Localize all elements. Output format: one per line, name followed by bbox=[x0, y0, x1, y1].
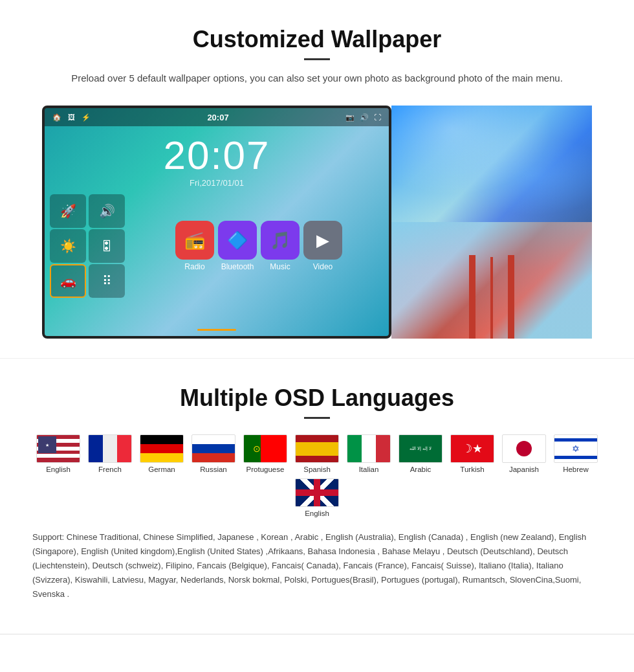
flag-italy bbox=[347, 434, 391, 463]
stereo-topbar: 🏠 🖼 ⚡ 20:07 📷 🔊 ⛶ bbox=[45, 108, 389, 126]
stereo-nav-btn[interactable]: 🚀 bbox=[50, 194, 86, 228]
flag-item-spanish: Spanish bbox=[294, 434, 340, 473]
stereo-grid: 🚀 🔊 ☀️ 🎛 🚗 ⠿ bbox=[45, 193, 389, 299]
stereo-date: Fri,2017/01/01 bbox=[58, 178, 376, 188]
bottom-divider bbox=[0, 634, 634, 634]
wallpaper-title: Customized Wallpaper bbox=[39, 26, 595, 53]
flag-portugal bbox=[243, 434, 287, 463]
topbar-time: 20:07 bbox=[207, 113, 228, 122]
stereo-app-row: 📻 Radio 🔷 Bluetooth 🎵 Music ▶ Video bbox=[129, 193, 389, 299]
flag-germany bbox=[140, 434, 184, 463]
support-text: Support: Chinese Traditional, Chinese Si… bbox=[26, 530, 608, 601]
flag-spain bbox=[295, 434, 339, 463]
flag-item-russian: Russian bbox=[190, 434, 237, 473]
stereo-screen: 🏠 🖼 ⚡ 20:07 📷 🔊 ⛶ 20:07 Fri,2017/01/01 bbox=[42, 106, 391, 339]
stereo-app-radio[interactable]: 📻 Radio bbox=[175, 221, 214, 271]
camera-icon: 📷 bbox=[345, 113, 355, 122]
brightness-icon: ☀️ bbox=[60, 238, 76, 254]
flag-item-turkish: ☽★ Turkish bbox=[449, 434, 496, 473]
wallpaper-thumb-bridge bbox=[391, 222, 592, 339]
flag-arabic: لا إله إلا الله bbox=[399, 434, 443, 463]
stereo-eq-btn[interactable]: 🎛 bbox=[89, 229, 125, 263]
languages-section: Multiple OSD Languages English French Ge… bbox=[0, 358, 634, 614]
flag-item-uk-english: English bbox=[294, 478, 340, 517]
languages-divider bbox=[304, 417, 330, 419]
bluetooth-icon: 🔷 bbox=[218, 221, 257, 260]
stereo-clock-area: 20:07 Fri,2017/01/01 bbox=[45, 126, 389, 193]
video-label: Video bbox=[313, 262, 333, 271]
topbar-left-icons: 🏠 🖼 ⚡ bbox=[52, 113, 91, 122]
flag-label-portuguese: Protuguese bbox=[246, 465, 285, 473]
stereo-app-bluetooth[interactable]: 🔷 Bluetooth bbox=[218, 221, 257, 271]
audio-icon: 🔊 bbox=[99, 203, 115, 219]
stereo-app-music[interactable]: 🎵 Music bbox=[261, 221, 300, 271]
video-icon: ▶ bbox=[303, 221, 342, 260]
usb-icon: ⚡ bbox=[82, 113, 91, 122]
stereo-brightness-btn[interactable]: ☀️ bbox=[50, 229, 86, 263]
stereo-indicator bbox=[197, 329, 236, 331]
flag-label-spanish: Spanish bbox=[303, 465, 331, 473]
flag-item-arabic: لا إله إلا الله Arabic bbox=[397, 434, 444, 473]
flag-france bbox=[88, 434, 132, 463]
equalizer-icon: 🎛 bbox=[100, 239, 113, 254]
flag-label-turkish: Turkish bbox=[460, 465, 484, 473]
wallpaper-demo: 🏠 🖼 ⚡ 20:07 📷 🔊 ⛶ 20:07 Fri,2017/01/01 bbox=[39, 106, 595, 339]
volume-icon: 🔊 bbox=[360, 113, 369, 122]
israel-top-stripe bbox=[554, 438, 597, 442]
wallpaper-thumbnails bbox=[391, 106, 592, 339]
navigation-icon: 🚀 bbox=[60, 203, 76, 219]
japan-sun bbox=[516, 441, 532, 456]
flag-item-hebrew: ✡ Hebrew bbox=[552, 434, 599, 473]
home-icon: 🏠 bbox=[52, 113, 61, 122]
flag-item-italian: Italian bbox=[345, 434, 392, 473]
flag-label-hebrew: Hebrew bbox=[563, 465, 589, 473]
car-icon: 🚗 bbox=[60, 273, 76, 289]
flag-label-uk-english: English bbox=[305, 510, 329, 517]
wallpaper-description: Preload over 5 default wallpaper options… bbox=[52, 71, 582, 86]
flag-turkey: ☽★ bbox=[450, 434, 494, 463]
languages-title: Multiple OSD Languages bbox=[26, 385, 608, 412]
title-divider bbox=[304, 58, 330, 60]
music-icon: 🎵 bbox=[261, 221, 300, 260]
stereo-car-btn[interactable]: 🚗 bbox=[50, 264, 86, 298]
flag-item-french: French bbox=[87, 434, 133, 473]
stereo-apps-btn[interactable]: ⠿ bbox=[89, 264, 125, 298]
israel-bottom-stripe bbox=[554, 456, 597, 459]
topbar-right-icons: 📷 🔊 ⛶ bbox=[345, 113, 381, 122]
flag-uk bbox=[295, 478, 339, 507]
flag-label-japanese: Japanish bbox=[509, 465, 539, 473]
flags-row: English French German Russian Protuguese… bbox=[26, 434, 608, 517]
flag-label-italian: Italian bbox=[359, 465, 379, 473]
stereo-left-buttons: 🚀 🔊 ☀️ 🎛 🚗 ⠿ bbox=[45, 193, 129, 299]
flag-label-english: English bbox=[46, 465, 71, 473]
flag-japan bbox=[502, 434, 546, 463]
stereo-big-time: 20:07 bbox=[58, 135, 376, 175]
music-label: Music bbox=[270, 262, 290, 271]
stereo-app-video[interactable]: ▶ Video bbox=[303, 221, 342, 271]
flag-item-german: German bbox=[138, 434, 185, 473]
flag-label-arabic: Arabic bbox=[410, 465, 432, 473]
stereo-audio-btn[interactable]: 🔊 bbox=[89, 194, 125, 228]
fullscreen-icon: ⛶ bbox=[374, 113, 381, 121]
flag-item-portuguese: Protuguese bbox=[242, 434, 289, 473]
arabic-text: لا إله إلا الله bbox=[408, 445, 432, 453]
wallpaper-section: Customized Wallpaper Preload over 5 defa… bbox=[0, 0, 634, 358]
flag-item-english: English bbox=[35, 434, 82, 473]
apps-icon: ⠿ bbox=[102, 273, 112, 289]
flag-israel: ✡ bbox=[554, 434, 598, 463]
uk-red-vertical bbox=[314, 479, 320, 506]
radio-label: Radio bbox=[184, 262, 204, 271]
flag-russia bbox=[191, 434, 235, 463]
flag-item-japanese: Japanish bbox=[501, 434, 547, 473]
flag-label-german: German bbox=[148, 465, 175, 473]
crescent-icon: ☽★ bbox=[462, 442, 483, 456]
radio-icon: 📻 bbox=[175, 221, 214, 260]
bluetooth-label: Bluetooth bbox=[221, 262, 254, 271]
flag-usa bbox=[36, 434, 80, 463]
image-icon: 🖼 bbox=[68, 113, 75, 121]
flag-label-russian: Russian bbox=[200, 465, 227, 473]
wallpaper-thumb-ice bbox=[391, 106, 592, 222]
star-of-david-icon: ✡ bbox=[572, 443, 580, 454]
flag-label-french: French bbox=[98, 465, 122, 473]
